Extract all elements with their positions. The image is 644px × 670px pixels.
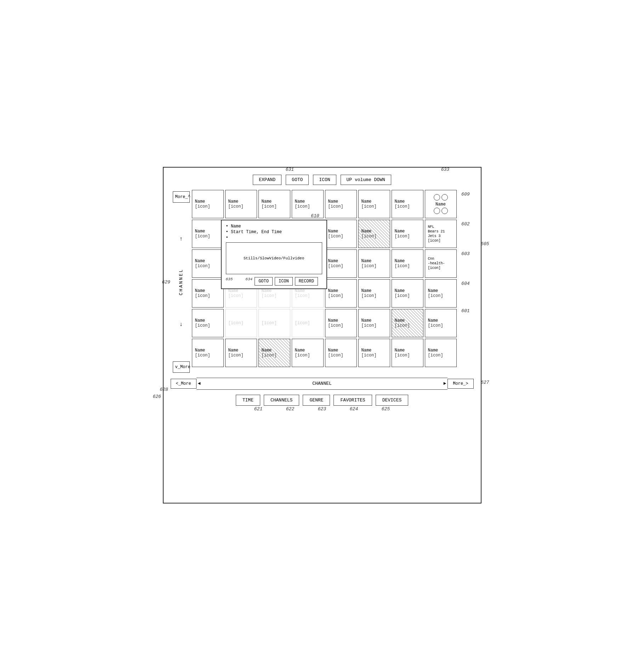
ref-629: 629	[162, 279, 170, 285]
cell-r2c7: Name[icon]	[392, 220, 423, 248]
popup-time: • Start Time, End Time	[226, 230, 322, 235]
tab-devices[interactable]: DEVICES	[376, 395, 409, 406]
cell-r1c5: Name[icon]	[325, 190, 357, 218]
cell-r3c5: Name[icon]	[325, 249, 357, 278]
left-sidebar: 629 More_^ ↑ CHANNEL ↓ v_More	[171, 190, 192, 374]
grid-row-1: Name[icon] Name[icon] Name[icon] Name[ic…	[192, 190, 474, 218]
grid-area: Name[icon] Name[icon] Name[icon] Name[ic…	[192, 190, 474, 374]
popup-goto-button[interactable]: GOTO	[255, 277, 273, 286]
ref-609: 609	[461, 192, 469, 197]
diagram-container: 631 633 EXPAND GOTO ICON UP volume DOWN …	[163, 167, 481, 503]
cell-r6c2: Name[icon]	[225, 339, 257, 367]
ref-604: 604	[461, 281, 469, 286]
cell-r4c5: Name[icon]	[325, 279, 357, 308]
grid-row-5: Name[icon] [icon] [icon] [icon] Name[ico…	[192, 309, 474, 337]
cell-609: Name 609	[425, 190, 457, 218]
cell-r2c5: Name[icon]	[325, 220, 357, 248]
bottom-tabs: TIME CHANNELS GENRE FAVORITES DEVICES	[171, 395, 474, 406]
channel-nav-right[interactable]: More_>	[448, 379, 473, 389]
ref-602: 602	[461, 221, 469, 227]
tab-refs: 621 622 623 624 625	[171, 406, 474, 412]
ref-628: 628	[160, 387, 168, 392]
popup-video: Stills/SlowVideo/Fullvideo	[226, 242, 322, 274]
cell-r6c1: Name[icon]	[192, 339, 224, 367]
cell-nfl: NFL Bears 21 Jets 3 [icon] 602	[425, 220, 457, 248]
cell-r6c8: Name[icon]	[425, 339, 457, 367]
tab-ref-623: 623	[308, 406, 336, 412]
popup-info: • Name • Start Time, End Time •	[226, 224, 322, 240]
cell-r6c3-shaded: Name[icon]	[258, 339, 290, 367]
more-up-button[interactable]: More_^	[173, 191, 190, 203]
main-area: 629 More_^ ↑ CHANNEL ↓ v_More Name[icon]…	[171, 190, 474, 374]
channel-nav-label: CHANNEL	[196, 378, 448, 390]
cell-r6c5: Name[icon]	[325, 339, 357, 367]
cell-r5c6: Name[icon]	[358, 309, 390, 337]
channel-vertical-label: CHANNEL	[178, 269, 184, 295]
grid-row-6: Name[icon] Name[icon] Name[icon] Name[ic…	[192, 339, 474, 367]
cell-r5c2-placeholder: [icon]	[225, 309, 257, 337]
cell-r2c1: Name[icon]	[192, 220, 224, 248]
channel-nav: <_More CHANNEL More_>	[171, 378, 474, 390]
cell-r5c8: Name[icon]	[425, 309, 457, 337]
icon-button[interactable]: ICON	[313, 175, 336, 185]
cell-r5c4-placeholder: [icon]	[292, 309, 324, 337]
cell-r5c1: Name[icon]	[192, 309, 224, 337]
cell-r3c6: Name[icon]	[358, 249, 390, 278]
ref-633: 633	[441, 167, 449, 172]
ref-635: 635	[226, 277, 233, 281]
popup-buttons: 635 634 GOTO ICON RECORD	[226, 277, 322, 286]
cell-r1c1: Name[icon]	[192, 190, 224, 218]
cell-r3c7: Name[icon]	[392, 249, 423, 278]
top-toolbar: 631 633 EXPAND GOTO ICON UP volume DOWN	[171, 175, 474, 185]
cell-r4c8: Name[icon] 604 601	[425, 279, 457, 308]
popup-icon-button[interactable]: ICON	[275, 277, 293, 286]
cell-r1c3: Name[icon]	[258, 190, 290, 218]
cell-r6c6: Name[icon]	[358, 339, 390, 367]
ref-603: 603	[461, 251, 469, 257]
cell-r1c7: Name[icon]	[392, 190, 423, 218]
cell-r2c6-shaded: Name[icon]	[358, 220, 390, 248]
popup-name: • Name	[226, 224, 322, 229]
tab-ref-622: 622	[276, 406, 304, 412]
cell-r1c6: Name[icon]	[358, 190, 390, 218]
goto-button[interactable]: GOTO	[286, 175, 309, 185]
cell-r4c6: Name[icon]	[358, 279, 390, 308]
cell-r1c2: Name[icon]	[225, 190, 257, 218]
volume-button[interactable]: UP volume DOWN	[341, 175, 391, 185]
tab-ref-621: 621	[244, 406, 273, 412]
cell-r4c7: Name[icon]	[392, 279, 423, 308]
cell-r6c4: Name[icon]	[292, 339, 324, 367]
tab-genre[interactable]: GENRE	[303, 395, 330, 406]
cell-r5c3-placeholder: [icon]	[258, 309, 290, 337]
ref-627: 627	[481, 380, 489, 385]
tab-ref-624: 624	[340, 406, 368, 412]
cell-r6c7: Name[icon]	[392, 339, 423, 367]
tab-time[interactable]: TIME	[236, 395, 260, 406]
ref-610: 610	[311, 213, 319, 219]
cell-cnn: Cnn -health- [icon] 603	[425, 249, 457, 278]
cell-r4c1: Name[icon]	[192, 279, 224, 308]
tab-ref-625: 625	[372, 406, 400, 412]
expand-button[interactable]: EXPAND	[253, 175, 281, 185]
channel-nav-left[interactable]: <_More	[171, 379, 196, 389]
tab-favorites[interactable]: FAVORITES	[334, 395, 372, 406]
ref-605: 605	[481, 241, 489, 247]
tab-channels[interactable]: CHANNELS	[264, 395, 299, 406]
popup-overlay: 610 • Name • Start Time, End Time • Stil…	[221, 220, 327, 289]
cell-r3c1: Name[icon]	[192, 249, 224, 278]
ref-631: 631	[286, 167, 294, 172]
cell-r5c7-shaded: Name[icon]	[392, 309, 423, 337]
cell-r5c5: Name[icon]	[325, 309, 357, 337]
popup-bullet: •	[226, 235, 322, 240]
popup-record-button[interactable]: RECORD	[295, 277, 318, 286]
more-down-button[interactable]: v_More	[173, 361, 190, 373]
ref-626: 626	[153, 394, 161, 399]
ref-634: 634	[245, 277, 252, 281]
